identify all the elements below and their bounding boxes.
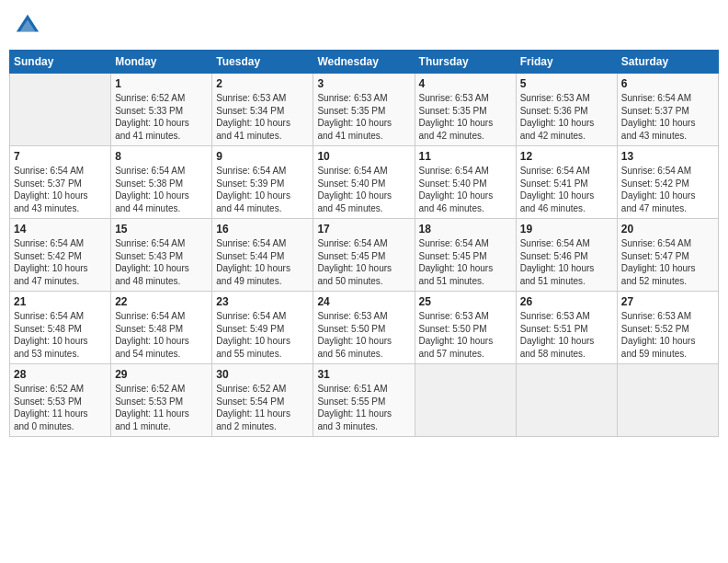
day-number: 6 — [621, 77, 714, 90]
calendar-cell: 3Sunrise: 6:53 AMSunset: 5:35 PMDaylight… — [313, 74, 415, 146]
day-number: 7 — [14, 150, 107, 163]
calendar-cell: 5Sunrise: 6:53 AMSunset: 5:36 PMDaylight… — [516, 74, 617, 146]
calendar-table: SundayMondayTuesdayWednesdayThursdayFrid… — [9, 50, 719, 437]
day-number: 3 — [317, 77, 410, 90]
day-info: Sunrise: 6:54 AMSunset: 5:45 PMDaylight:… — [419, 237, 512, 287]
calendar-cell: 2Sunrise: 6:53 AMSunset: 5:34 PMDaylight… — [212, 74, 313, 146]
day-number: 29 — [115, 368, 208, 381]
calendar-cell: 16Sunrise: 6:54 AMSunset: 5:44 PMDayligh… — [212, 219, 313, 292]
day-number: 4 — [419, 77, 512, 90]
day-number: 13 — [621, 150, 714, 163]
day-info: Sunrise: 6:53 AMSunset: 5:50 PMDaylight:… — [419, 310, 512, 360]
day-info: Sunrise: 6:54 AMSunset: 5:44 PMDaylight:… — [216, 237, 309, 287]
col-header-thursday: Thursday — [415, 51, 516, 74]
calendar-cell: 17Sunrise: 6:54 AMSunset: 5:45 PMDayligh… — [313, 219, 415, 292]
day-info: Sunrise: 6:51 AMSunset: 5:55 PMDaylight:… — [317, 383, 410, 432]
day-info: Sunrise: 6:53 AMSunset: 5:35 PMDaylight:… — [317, 92, 410, 142]
day-info: Sunrise: 6:52 AMSunset: 5:54 PMDaylight:… — [216, 383, 309, 432]
day-info: Sunrise: 6:54 AMSunset: 5:41 PMDaylight:… — [520, 165, 613, 214]
calendar-cell: 23Sunrise: 6:54 AMSunset: 5:49 PMDayligh… — [212, 292, 313, 364]
day-number: 20 — [621, 223, 714, 236]
day-number: 14 — [14, 223, 107, 236]
calendar-cell: 27Sunrise: 6:53 AMSunset: 5:52 PMDayligh… — [617, 292, 718, 364]
day-info: Sunrise: 6:52 AMSunset: 5:33 PMDaylight:… — [115, 92, 208, 142]
calendar-cell: 14Sunrise: 6:54 AMSunset: 5:42 PMDayligh… — [10, 219, 111, 292]
calendar-cell: 29Sunrise: 6:52 AMSunset: 5:53 PMDayligh… — [111, 364, 212, 437]
day-number: 28 — [14, 368, 107, 381]
logo-icon — [15, 13, 40, 39]
day-number: 5 — [520, 77, 613, 90]
calendar-week-row: 21Sunrise: 6:54 AMSunset: 5:48 PMDayligh… — [10, 292, 719, 364]
page-header — [9, 9, 719, 42]
calendar-week-row: 28Sunrise: 6:52 AMSunset: 5:53 PMDayligh… — [10, 364, 719, 437]
calendar-cell: 6Sunrise: 6:54 AMSunset: 5:37 PMDaylight… — [617, 74, 718, 146]
col-header-wednesday: Wednesday — [313, 51, 415, 74]
day-info: Sunrise: 6:54 AMSunset: 5:42 PMDaylight:… — [14, 237, 107, 287]
calendar-cell: 18Sunrise: 6:54 AMSunset: 5:45 PMDayligh… — [415, 219, 516, 292]
day-info: Sunrise: 6:53 AMSunset: 5:34 PMDaylight:… — [216, 92, 309, 142]
calendar-week-row: 14Sunrise: 6:54 AMSunset: 5:42 PMDayligh… — [10, 219, 719, 292]
calendar-cell: 20Sunrise: 6:54 AMSunset: 5:47 PMDayligh… — [617, 219, 718, 292]
day-info: Sunrise: 6:54 AMSunset: 5:42 PMDaylight:… — [621, 165, 714, 214]
day-number: 19 — [520, 223, 613, 236]
day-number: 1 — [115, 77, 208, 90]
calendar-cell: 26Sunrise: 6:53 AMSunset: 5:51 PMDayligh… — [516, 292, 617, 364]
day-number: 18 — [419, 223, 512, 236]
logo — [15, 13, 42, 39]
day-number: 27 — [621, 295, 714, 308]
day-number: 30 — [216, 368, 309, 381]
day-info: Sunrise: 6:54 AMSunset: 5:40 PMDaylight:… — [419, 165, 512, 214]
day-info: Sunrise: 6:54 AMSunset: 5:39 PMDaylight:… — [216, 165, 309, 214]
calendar-cell: 30Sunrise: 6:52 AMSunset: 5:54 PMDayligh… — [212, 364, 313, 437]
day-info: Sunrise: 6:54 AMSunset: 5:43 PMDaylight:… — [115, 237, 208, 287]
col-header-saturday: Saturday — [617, 51, 718, 74]
calendar-cell: 25Sunrise: 6:53 AMSunset: 5:50 PMDayligh… — [415, 292, 516, 364]
day-number: 12 — [520, 150, 613, 163]
calendar-cell: 13Sunrise: 6:54 AMSunset: 5:42 PMDayligh… — [617, 146, 718, 219]
col-header-tuesday: Tuesday — [212, 51, 313, 74]
day-number: 26 — [520, 295, 613, 308]
day-info: Sunrise: 6:53 AMSunset: 5:36 PMDaylight:… — [520, 92, 613, 142]
col-header-sunday: Sunday — [10, 51, 111, 74]
calendar-cell — [617, 364, 718, 437]
calendar-cell: 22Sunrise: 6:54 AMSunset: 5:48 PMDayligh… — [111, 292, 212, 364]
calendar-cell: 11Sunrise: 6:54 AMSunset: 5:40 PMDayligh… — [415, 146, 516, 219]
day-info: Sunrise: 6:54 AMSunset: 5:48 PMDaylight:… — [14, 310, 107, 360]
day-number: 17 — [317, 223, 410, 236]
day-number: 2 — [216, 77, 309, 90]
day-number: 21 — [14, 295, 107, 308]
day-info: Sunrise: 6:52 AMSunset: 5:53 PMDaylight:… — [115, 383, 208, 432]
day-info: Sunrise: 6:54 AMSunset: 5:40 PMDaylight:… — [317, 165, 410, 214]
day-number: 10 — [317, 150, 410, 163]
col-header-monday: Monday — [111, 51, 212, 74]
day-info: Sunrise: 6:53 AMSunset: 5:51 PMDaylight:… — [520, 310, 613, 360]
calendar-header-row: SundayMondayTuesdayWednesdayThursdayFrid… — [10, 51, 719, 74]
day-info: Sunrise: 6:54 AMSunset: 5:38 PMDaylight:… — [115, 165, 208, 214]
calendar-cell: 21Sunrise: 6:54 AMSunset: 5:48 PMDayligh… — [10, 292, 111, 364]
day-number: 22 — [115, 295, 208, 308]
day-number: 8 — [115, 150, 208, 163]
day-number: 23 — [216, 295, 309, 308]
calendar-cell: 31Sunrise: 6:51 AMSunset: 5:55 PMDayligh… — [313, 364, 415, 437]
calendar-cell: 1Sunrise: 6:52 AMSunset: 5:33 PMDaylight… — [111, 74, 212, 146]
calendar-cell: 7Sunrise: 6:54 AMSunset: 5:37 PMDaylight… — [10, 146, 111, 219]
day-number: 16 — [216, 223, 309, 236]
calendar-cell: 4Sunrise: 6:53 AMSunset: 5:35 PMDaylight… — [415, 74, 516, 146]
day-number: 15 — [115, 223, 208, 236]
day-info: Sunrise: 6:54 AMSunset: 5:37 PMDaylight:… — [621, 92, 714, 142]
day-info: Sunrise: 6:52 AMSunset: 5:53 PMDaylight:… — [14, 383, 107, 432]
calendar-cell — [415, 364, 516, 437]
calendar-cell: 15Sunrise: 6:54 AMSunset: 5:43 PMDayligh… — [111, 219, 212, 292]
day-info: Sunrise: 6:53 AMSunset: 5:50 PMDaylight:… — [317, 310, 410, 360]
calendar-week-row: 7Sunrise: 6:54 AMSunset: 5:37 PMDaylight… — [10, 146, 719, 219]
day-number: 25 — [419, 295, 512, 308]
day-info: Sunrise: 6:54 AMSunset: 5:49 PMDaylight:… — [216, 310, 309, 360]
day-info: Sunrise: 6:54 AMSunset: 5:45 PMDaylight:… — [317, 237, 410, 287]
calendar-cell — [10, 74, 111, 146]
calendar-cell: 28Sunrise: 6:52 AMSunset: 5:53 PMDayligh… — [10, 364, 111, 437]
calendar-cell: 12Sunrise: 6:54 AMSunset: 5:41 PMDayligh… — [516, 146, 617, 219]
day-info: Sunrise: 6:54 AMSunset: 5:37 PMDaylight:… — [14, 165, 107, 214]
col-header-friday: Friday — [516, 51, 617, 74]
day-number: 11 — [419, 150, 512, 163]
calendar-cell: 8Sunrise: 6:54 AMSunset: 5:38 PMDaylight… — [111, 146, 212, 219]
